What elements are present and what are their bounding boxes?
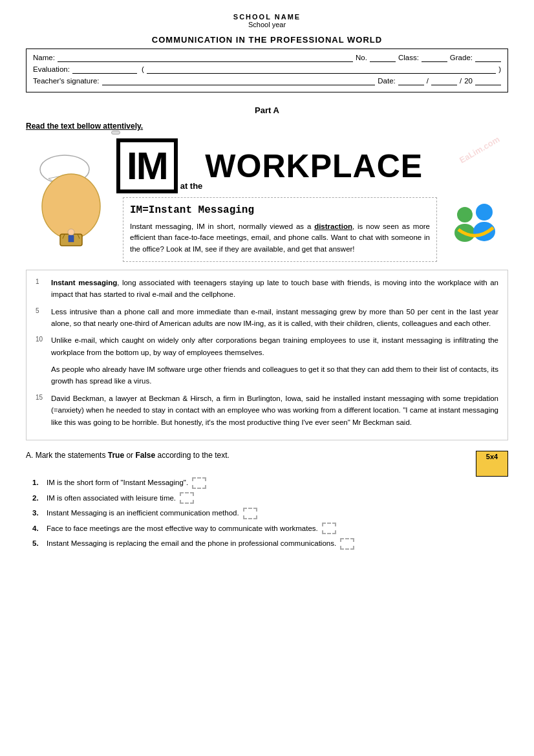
line-num-1: 1	[36, 277, 39, 287]
article-text-3: Unlike e-mail, which caught on widely on…	[36, 334, 498, 358]
article-para-1: 1 Instant messaging, long associated wit…	[36, 277, 498, 301]
im-description: Instant messaging, IM in short, normally…	[130, 221, 430, 255]
svg-point-6	[68, 229, 74, 235]
q2-checkbox[interactable]	[180, 492, 194, 504]
date-year-line	[475, 76, 501, 85]
date-day	[398, 76, 424, 85]
line-num-15: 15	[36, 393, 43, 403]
eval-line2	[147, 65, 496, 74]
balloon-image	[26, 151, 116, 248]
q5-num: 5.	[32, 537, 43, 550]
svg-point-11	[473, 222, 495, 241]
article-text-4: As people who already have IM software u…	[36, 363, 498, 387]
no-label: No.	[356, 54, 367, 61]
article-para-3: 10 Unlike e-mail, which caught on widely…	[36, 334, 498, 358]
svg-point-10	[476, 204, 493, 221]
score-value: 5x4	[486, 453, 498, 460]
article-para-5: 15 David Beckman, a lawyer at Beckman & …	[36, 393, 498, 428]
article-text-1: Instant messaging, long associated with …	[36, 277, 498, 301]
q5-text: Instant Messaging is replacing the email…	[47, 537, 336, 550]
q3-num: 3.	[32, 507, 43, 520]
form-row-teacher: Teacher's signature: Date: / / 20	[33, 76, 501, 85]
teacher-line	[102, 76, 376, 85]
school-name: SCHOOL NAME	[26, 13, 508, 21]
date-label: Date:	[378, 77, 396, 85]
school-header: SCHOOL NAME School year	[26, 13, 508, 28]
q4-checkbox[interactable]	[322, 523, 336, 534]
workplace-text: WORKPLACE	[205, 147, 423, 185]
speech-bubble	[111, 131, 120, 135]
doc-title: COMMUNICATION IN THE PROFESSIONAL WORLD	[26, 35, 508, 45]
instant-messaging-bold: Instant messaging	[51, 279, 117, 286]
question-5: 5. Instant Messaging is replacing the em…	[32, 537, 508, 550]
part-a-title: Part A	[26, 105, 508, 115]
title-area: IM at the WORKPLACE IM=Instant Messaging…	[116, 138, 508, 262]
no-line	[370, 53, 396, 62]
q4-text: Face to face meetings are the most effec…	[47, 523, 318, 535]
q3-text: Instant Messaging is an inefficient comm…	[47, 507, 239, 520]
class-line	[422, 53, 447, 62]
article-text-2: Less intrusive than a phone call and mor…	[36, 306, 498, 330]
grade-label: Grade:	[450, 54, 473, 61]
eval-label: Evaluation:	[33, 65, 70, 73]
question-2: 2. IM is often associated with leisure t…	[32, 492, 508, 505]
name-line	[58, 53, 353, 62]
im-logo-wrapper: IM	[116, 138, 178, 193]
q5-checkbox[interactable]	[340, 538, 354, 550]
questions-list: 1. IM is the short form of "Instant Mess…	[26, 477, 508, 550]
at-the-text: at the	[180, 181, 203, 193]
section-a-title: A. Mark the statements True or False acc…	[26, 451, 469, 460]
q3-checkbox[interactable]	[243, 508, 257, 519]
article-body: 1 Instant messaging, long associated wit…	[26, 270, 508, 440]
read-instruction: Read the text bellow attentively.	[26, 122, 508, 131]
q1-num: 1.	[32, 477, 43, 490]
form-row-eval: Evaluation: ( )	[33, 65, 501, 74]
content-row: IM=Instant Messaging Instant messaging, …	[116, 197, 508, 262]
school-year: School year	[26, 21, 508, 28]
grade-line	[475, 53, 501, 62]
line-num-10: 10	[36, 334, 43, 345]
form-box: Name: No. Class: Grade: Evaluation: ( ) …	[26, 49, 508, 92]
article-para-4: As people who already have IM software u…	[36, 363, 498, 387]
section-a: A. Mark the statements True or False acc…	[26, 451, 508, 550]
teacher-label: Teacher's signature:	[33, 77, 100, 85]
line-num-5: 5	[36, 306, 39, 316]
section-a-label: A.	[26, 451, 33, 460]
true-word: True	[108, 451, 124, 460]
q4-num: 4.	[32, 523, 43, 535]
svg-rect-7	[69, 235, 74, 242]
im-description-box: IM=Instant Messaging Instant messaging, …	[123, 197, 437, 262]
form-row-name: Name: No. Class: Grade:	[33, 53, 501, 62]
im-banner: IM at the WORKPLACE	[116, 138, 508, 193]
article-para-2: 5 Less intrusive than a phone call and m…	[36, 306, 498, 330]
im-logo: IM	[116, 138, 178, 193]
distraction-word: distraction	[314, 222, 352, 230]
article-text-5: David Beckman, a lawyer at Beckman & Hir…	[36, 393, 498, 428]
q2-num: 2.	[32, 492, 43, 505]
name-label: Name:	[33, 54, 55, 61]
eval-line1	[72, 65, 137, 74]
date-month	[431, 76, 457, 85]
im-subtitle: IM=Instant Messaging	[130, 204, 430, 216]
question-4: 4. Face to face meetings are the most ef…	[32, 523, 508, 535]
question-1: 1. IM is the short form of "Instant Mess…	[32, 477, 508, 490]
date-year-label: 20	[464, 77, 473, 85]
false-word: False	[135, 451, 155, 460]
banner-row: IM at the WORKPLACE IM=Instant Messaging…	[26, 138, 508, 262]
q1-text: IM is the short form of "Instant Messagi…	[47, 477, 188, 490]
section-a-instruction-end: according to the text.	[157, 451, 229, 460]
section-a-header: A. Mark the statements True or False acc…	[26, 451, 508, 477]
section-a-instruction-start: Mark the statements	[36, 451, 108, 460]
q2-text: IM is often associated with leisure time…	[47, 492, 176, 505]
messenger-icon	[443, 197, 508, 262]
score-box: 5x4	[476, 451, 508, 477]
q1-checkbox[interactable]	[192, 477, 206, 489]
class-label: Class:	[398, 54, 419, 61]
im-workplace-section: IM at the WORKPLACE IM=Instant Messaging…	[26, 138, 508, 262]
svg-point-8	[457, 207, 473, 222]
question-3: 3. Instant Messaging is an inefficient c…	[32, 507, 508, 520]
section-a-or: or	[126, 451, 135, 460]
